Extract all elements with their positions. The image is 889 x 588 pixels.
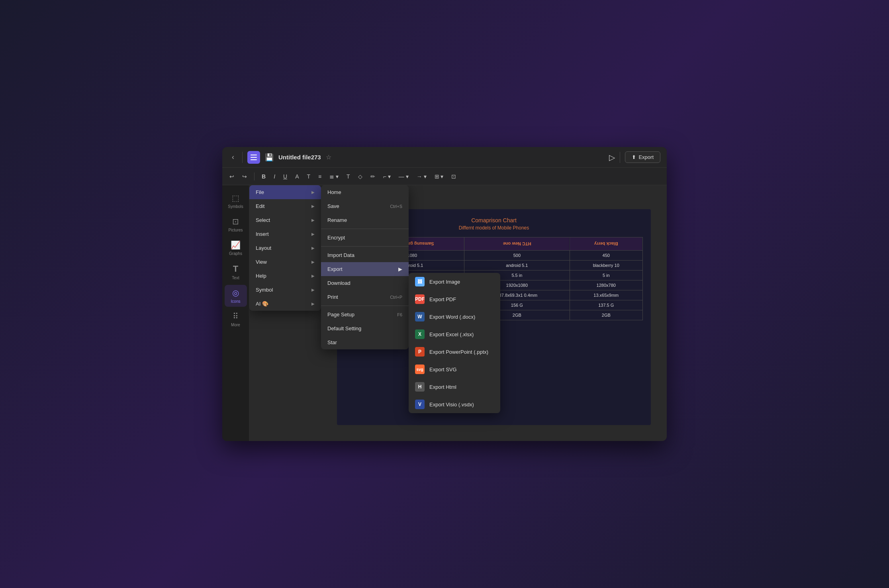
- arrow-button[interactable]: → ▾: [414, 172, 429, 181]
- play-button[interactable]: ▷: [609, 153, 615, 162]
- sidebar-item-more[interactable]: ⠿ More: [225, 308, 247, 330]
- export-html-item[interactable]: H Export Html: [409, 378, 500, 396]
- export-excel-label: Export Excel (.xlsx): [429, 331, 474, 337]
- export-visio-item[interactable]: V Export Visio (.vsdx): [409, 396, 500, 413]
- menu-item-layout[interactable]: Layout ▶: [249, 241, 321, 255]
- main-content: ⬚ Symbols ⊡ Pictures 📈 Graphs T Text ◎ I…: [222, 185, 667, 441]
- export-pdf-item[interactable]: PDF Export PDF: [409, 290, 500, 308]
- menu-item-edit[interactable]: Edit ▶: [249, 199, 321, 213]
- file-menu-star[interactable]: Star: [321, 335, 409, 349]
- sidebar-item-graphs[interactable]: 📈 Graphs: [225, 237, 247, 259]
- undo-button[interactable]: ↩: [227, 172, 237, 181]
- export-word-icon: W: [415, 312, 425, 321]
- layout-button[interactable]: ⊡: [449, 172, 458, 181]
- symbols-label: Symbols: [228, 204, 243, 209]
- file-menu-page-setup[interactable]: Page Setup F6: [321, 308, 409, 321]
- export-ppt-icon: P: [415, 347, 425, 357]
- graphs-icon: 📈: [231, 240, 241, 250]
- page-setup-label: Page Setup: [327, 312, 354, 318]
- file-menu-home[interactable]: Home: [321, 185, 409, 199]
- menu-item-symbol[interactable]: Symbol ▶: [249, 283, 321, 297]
- sidebar-item-icons[interactable]: ◎ Icons: [225, 285, 247, 307]
- export-svg-icon: svg: [415, 365, 425, 374]
- help-label: Help: [256, 273, 266, 279]
- pen-button[interactable]: ✏: [368, 172, 378, 181]
- bold-button[interactable]: B: [259, 172, 268, 181]
- sidebar-item-pictures[interactable]: ⊡ Pictures: [225, 214, 247, 235]
- view-label: View: [256, 259, 267, 265]
- file-menu-import-data[interactable]: Import Data: [321, 248, 409, 262]
- ai-label: AI 🎨: [256, 301, 268, 307]
- text-icon: T: [233, 264, 238, 274]
- align-button[interactable]: ≡: [316, 172, 324, 181]
- export-ppt-item[interactable]: P Export PowerPoint (.pptx): [409, 343, 500, 361]
- text-button[interactable]: T: [304, 172, 313, 181]
- export-word-item[interactable]: W Export Word (.docx): [409, 308, 500, 325]
- redo-button[interactable]: ↪: [240, 172, 249, 181]
- file-menu-encrypt[interactable]: Encrypt: [321, 231, 409, 245]
- file-menu-export[interactable]: Export ▶: [321, 262, 409, 276]
- separator: [254, 172, 255, 180]
- default-setting-label: Default Setting: [327, 325, 361, 331]
- chevron-icon: ▶: [311, 218, 315, 222]
- heading-button[interactable]: T: [344, 172, 352, 181]
- underline-button[interactable]: U: [281, 172, 290, 181]
- grid-button[interactable]: ⊞ ▾: [432, 172, 446, 181]
- export-svg-item[interactable]: svg Export SVG: [409, 361, 500, 378]
- file-menu-default-setting[interactable]: Default Setting: [321, 321, 409, 335]
- file-menu-print[interactable]: Print Ctrl+P: [321, 290, 409, 304]
- file-label: File: [256, 189, 264, 195]
- layout-label: Layout: [256, 245, 271, 251]
- download-label: Download: [327, 280, 351, 286]
- graphs-label: Graphs: [229, 251, 242, 256]
- file-menu-rename[interactable]: Rename: [321, 213, 409, 227]
- import-data-label: Import Data: [327, 252, 354, 258]
- export-image-label: Export Image: [429, 279, 460, 285]
- print-shortcut: Ctrl+P: [390, 295, 402, 300]
- sidebar-item-symbols[interactable]: ⬚ Symbols: [225, 190, 247, 212]
- menu-item-view[interactable]: View ▶: [249, 255, 321, 269]
- star-label: Star: [327, 339, 337, 345]
- rename-label: Rename: [327, 217, 347, 223]
- menu-separator: [321, 246, 409, 247]
- menu-item-help[interactable]: Help ▶: [249, 269, 321, 283]
- export-html-label: Export Html: [429, 384, 456, 390]
- pictures-icon: ⊡: [232, 217, 239, 226]
- menu-item-insert[interactable]: Insert ▶: [249, 227, 321, 241]
- export-excel-icon: X: [415, 329, 425, 339]
- pictures-label: Pictures: [228, 228, 243, 232]
- align2-button[interactable]: ≣ ▾: [327, 172, 341, 181]
- export-image-item[interactable]: 🖼 Export Image: [409, 273, 500, 290]
- hamburger-icon: [251, 155, 257, 160]
- insert-label: Insert: [256, 231, 269, 237]
- divider: [242, 152, 243, 163]
- font-color-button[interactable]: A: [293, 172, 301, 181]
- file-menu-download[interactable]: Download: [321, 276, 409, 290]
- left-sidebar: ⬚ Symbols ⊡ Pictures 📈 Graphs T Text ◎ I…: [222, 185, 249, 441]
- symbol-label: Symbol: [256, 287, 273, 293]
- app-window: ‹ 💾 Untitled file273 ☆ ▷ ⬆ Export ↩ ↪ B …: [222, 147, 667, 441]
- menu-item-select[interactable]: Select ▶: [249, 213, 321, 227]
- line-style-button[interactable]: — ▾: [396, 172, 411, 181]
- menu-overlay: File ▶ Edit ▶ Select ▶ Insert ▶: [249, 185, 667, 441]
- export-icon: ⬆: [632, 154, 636, 160]
- icons-label: Icons: [231, 299, 241, 304]
- menu-item-ai[interactable]: AI 🎨 ▶: [249, 297, 321, 311]
- corner-button[interactable]: ⌐ ▾: [381, 172, 393, 181]
- export-submenu: 🖼 Export Image PDF Export PDF W Export W…: [409, 273, 500, 413]
- italic-button[interactable]: I: [271, 172, 278, 181]
- icons-icon: ◎: [232, 288, 239, 298]
- chevron-icon: ▶: [311, 288, 315, 292]
- export-chevron-icon: ▶: [398, 266, 402, 272]
- file-submenu: Home Save Ctrl+S Rename Encrypt: [321, 185, 409, 349]
- export-excel-item[interactable]: X Export Excel (.xlsx): [409, 325, 500, 343]
- shape-button[interactable]: ◇: [356, 172, 365, 181]
- menu-hamburger-button[interactable]: [247, 151, 260, 164]
- back-button[interactable]: ‹: [229, 151, 237, 163]
- sidebar-item-text[interactable]: T Text: [225, 261, 247, 283]
- favorite-icon[interactable]: ☆: [326, 153, 331, 161]
- file-menu-save[interactable]: Save Ctrl+S: [321, 199, 409, 213]
- export-button[interactable]: ⬆ Export: [625, 151, 660, 163]
- menu-item-file[interactable]: File ▶: [249, 185, 321, 199]
- save-icon[interactable]: 💾: [265, 153, 274, 162]
